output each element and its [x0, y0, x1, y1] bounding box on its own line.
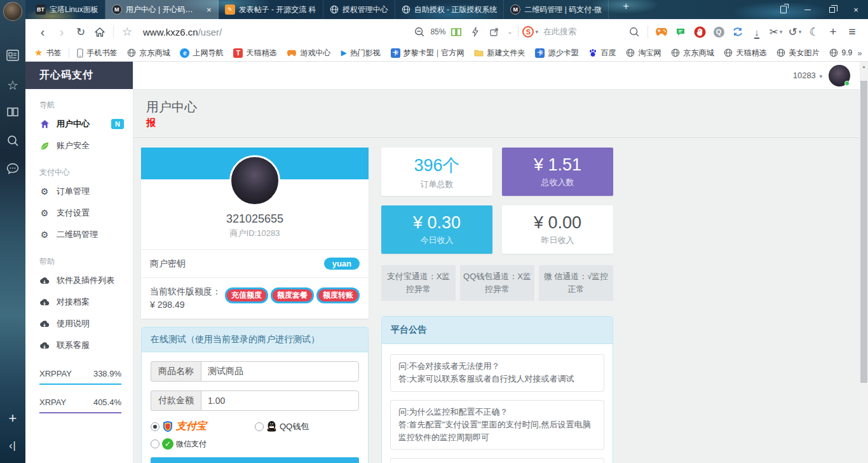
alipay-radio[interactable]: [151, 422, 159, 431]
bookmark-star-icon[interactable]: ☆: [118, 22, 137, 41]
chevron-down-icon: ▾: [819, 73, 822, 79]
stat-label: 今日收入: [421, 235, 454, 246]
bookmark-baidu[interactable]: 百度: [588, 48, 616, 59]
zoom-out-icon[interactable]: [410, 22, 429, 41]
tab-self-auth[interactable]: 自助授权 - 正版授权系统: [395, 0, 505, 19]
share-icon[interactable]: [485, 22, 504, 41]
amount-input[interactable]: [201, 390, 359, 411]
bookmark-mobile[interactable]: 手机书签: [77, 48, 117, 59]
reading-book-icon[interactable]: [0, 107, 25, 117]
search-go-icon[interactable]: [625, 22, 644, 41]
toolbar-add-icon[interactable]: +: [824, 22, 843, 41]
flash-icon[interactable]: [466, 22, 485, 41]
close-button[interactable]: ×: [844, 0, 868, 19]
zoom-level[interactable]: 85%: [430, 27, 445, 36]
bookmark-tmall2[interactable]: 天猫精选: [724, 48, 766, 59]
bookmark-99[interactable]: 9.9: [829, 48, 852, 57]
merchant-id-dropdown[interactable]: 10283 ▾: [793, 71, 822, 80]
sidebar-item-order-manage[interactable]: ⚙ 订单管理: [25, 181, 133, 202]
download-icon[interactable]: ↓: [747, 22, 766, 41]
bookmark-taobao[interactable]: 淘宝网: [626, 48, 661, 59]
bookmark-mengli[interactable]: 卡梦黎卡盟｜官方网: [391, 48, 465, 59]
wechat-radio[interactable]: [151, 439, 159, 448]
tab-user-center-active[interactable]: M 用户中心 | 开心码支付- ×: [105, 0, 219, 19]
merchant-key-badge[interactable]: yuan: [324, 258, 360, 270]
qutoutiao-icon[interactable]: Q: [709, 22, 728, 41]
share-caret-icon[interactable]: ⌄: [505, 22, 514, 41]
feedback-icon[interactable]: [671, 22, 690, 41]
minimize-button[interactable]: [796, 0, 820, 19]
home-icon[interactable]: [90, 22, 109, 41]
quota-package-button[interactable]: 额度套餐: [271, 287, 314, 303]
bookmarks-overflow-icon[interactable]: »: [857, 48, 862, 58]
screenshot-scissors-icon[interactable]: ✂▾: [766, 22, 785, 41]
page-scrollbar[interactable]: ▴: [860, 62, 868, 463]
game-center-icon[interactable]: [652, 22, 671, 41]
sidebar-item-user-center[interactable]: 用户中心 N: [25, 113, 133, 135]
night-mode-icon[interactable]: ☾: [804, 22, 824, 41]
bookmark-video[interactable]: ▶热门影视: [341, 48, 380, 59]
tab-strip: BT 宝塔Linux面板 M 用户中心 | 开心码支付- × ✎ 发表帖子 - …: [29, 0, 629, 19]
new-tab-button[interactable]: +: [623, 0, 629, 19]
confirm-button[interactable]: 确 认: [151, 457, 359, 463]
news-card-icon[interactable]: [0, 50, 25, 61]
sidebar-item-docking-files[interactable]: 对接档案: [25, 291, 133, 313]
method-wechat[interactable]: ✓ 微信支付: [151, 438, 359, 450]
tab-close-icon[interactable]: ×: [207, 5, 212, 15]
user-avatar[interactable]: [829, 65, 850, 86]
bookmark-yuanshao[interactable]: 卡源少卡盟: [535, 48, 578, 59]
sidebar-item-software-plugins[interactable]: 软件及插件列表: [25, 270, 133, 291]
reader-mode-icon[interactable]: [447, 22, 466, 41]
sidebar-item-qrcode-manage[interactable]: ⚙ 二维码管理: [25, 224, 133, 245]
scrollbar-thumb[interactable]: [860, 81, 867, 383]
bookmark-games[interactable]: 游戏中心: [287, 48, 330, 59]
bookmarks-root[interactable]: ★书签: [34, 47, 61, 59]
forward-icon[interactable]: ›: [52, 22, 71, 41]
bookmark-jd[interactable]: 京东商城: [127, 48, 170, 59]
tab-baota[interactable]: BT 宝塔Linux面板: [29, 0, 105, 19]
sync-icon[interactable]: [728, 22, 747, 41]
favorites-star-icon[interactable]: ☆: [0, 78, 25, 93]
bookmark-nav[interactable]: e上网导航: [180, 48, 223, 59]
sidebar-item-account-security[interactable]: 账户安全: [25, 135, 133, 156]
tab-qrcode-manage[interactable]: M 二维码管理 | 码支付-微: [504, 0, 609, 19]
undo-close-icon[interactable]: ↺▾: [785, 22, 804, 41]
qq-radio[interactable]: [255, 422, 264, 431]
quota-transfer-button[interactable]: 额度转账: [316, 287, 360, 303]
back-icon[interactable]: ‹: [33, 22, 52, 41]
method-alipay[interactable]: 支付宝: [151, 420, 255, 433]
bookmark-label: 天猫精选: [736, 48, 766, 59]
recharge-quota-button[interactable]: 充值额度: [225, 287, 268, 303]
announcement-item: 问:不会对接或者无法使用？ 答:大家可以联系客服或者自行找人对接或者调试: [390, 354, 604, 391]
sidebar-item-pay-settings[interactable]: ⚙ 支付设置: [25, 202, 133, 224]
bookmark-pics[interactable]: 美女图片: [776, 48, 819, 59]
engine-caret-icon[interactable]: ▾: [535, 29, 538, 35]
restore-button[interactable]: [820, 0, 844, 19]
chat-bubble-icon[interactable]: [0, 163, 25, 174]
menu-icon[interactable]: ≡: [843, 22, 862, 41]
tab-auth-manage[interactable]: 授权管理中心: [323, 0, 395, 19]
browser-profile-avatar[interactable]: [3, 2, 22, 21]
ka-icon: 卡: [391, 48, 400, 58]
search-engine-icon[interactable]: S: [522, 26, 534, 38]
window-gadget-icon[interactable]: [771, 0, 796, 19]
bookmark-tmall[interactable]: T天猫精选: [233, 48, 276, 59]
bookmark-folder[interactable]: 新建文件夹: [474, 48, 525, 59]
merchant-username: 321025655: [141, 212, 369, 226]
strip-add-icon[interactable]: +: [0, 410, 25, 427]
product-name-label: 商品名称: [151, 361, 201, 382]
method-qq-wallet[interactable]: QQ钱包: [255, 420, 309, 433]
url-bar[interactable]: www.kxz6.cn/user/: [143, 27, 222, 38]
meter-xrpay: XRPAY405.4%: [39, 397, 121, 413]
sidebar-item-contact-support[interactable]: 联系客服: [25, 335, 133, 356]
scroll-up-arrow[interactable]: ▴: [860, 62, 868, 71]
strip-collapse-icon[interactable]: ‹|: [0, 440, 25, 452]
search-icon[interactable]: [0, 135, 25, 147]
product-name-input[interactable]: [201, 361, 359, 382]
sidebar-item-instructions[interactable]: 使用说明: [25, 313, 133, 335]
bookmark-jd2[interactable]: 京东商城: [671, 48, 714, 59]
reload-icon[interactable]: ↻: [71, 22, 90, 41]
tab-forum-post[interactable]: ✎ 发表帖子 - 开源交流 科: [219, 0, 323, 19]
search-box[interactable]: 在此搜索: [543, 26, 620, 38]
adblock-icon[interactable]: [690, 22, 709, 41]
